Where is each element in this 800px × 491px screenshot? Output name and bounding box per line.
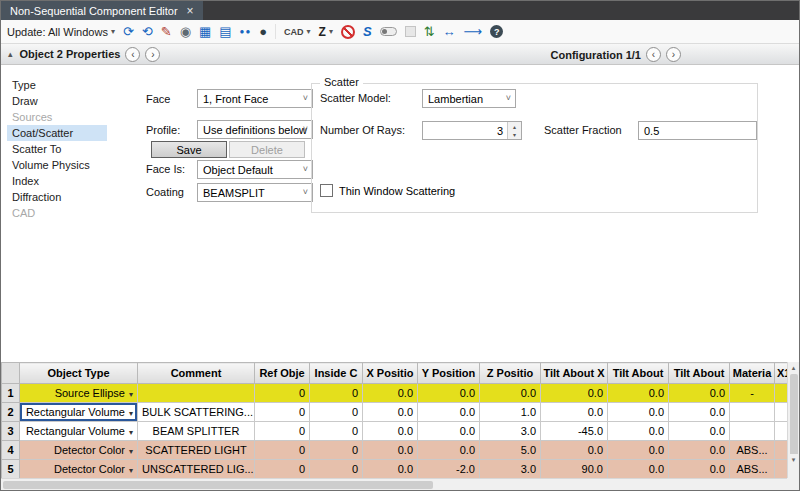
- thin-window-checkbox-row[interactable]: Thin Window Scattering: [320, 184, 455, 197]
- coating-select[interactable]: BEAMSPLIT ˅: [197, 183, 313, 202]
- tilt-x-cell[interactable]: 90.0: [541, 460, 608, 479]
- sidebar-item-index[interactable]: Index: [7, 173, 107, 189]
- tilt-y-cell[interactable]: 0.0: [608, 441, 669, 460]
- sidebar-item-coat-scatter[interactable]: Coat/Scatter: [7, 125, 107, 141]
- x-position-cell[interactable]: 0.0: [363, 403, 418, 422]
- swap-vertical-icon[interactable]: ⇅: [424, 25, 435, 38]
- tilt-z-cell[interactable]: 0.0: [669, 384, 730, 403]
- detector-grid-icon[interactable]: ▦: [199, 25, 211, 38]
- object-type-cell[interactable]: Detector Color▾: [20, 441, 138, 460]
- next-config-button[interactable]: ›: [666, 47, 681, 62]
- y-position-cell[interactable]: 0.0: [418, 441, 480, 460]
- update-windows-dropdown[interactable]: Update: All Windows ▾: [7, 26, 115, 38]
- material-cell[interactable]: [730, 403, 775, 422]
- material-cell[interactable]: ABS...: [730, 441, 775, 460]
- prev-config-button[interactable]: ‹: [646, 47, 661, 62]
- tilt-z-cell[interactable]: 0.0: [669, 441, 730, 460]
- horizontal-scroll-thumb[interactable]: [3, 481, 433, 489]
- tilt-y-cell[interactable]: 0.0: [608, 460, 669, 479]
- stepper-down-icon[interactable]: ▾: [508, 131, 521, 140]
- object-type-cell[interactable]: Rectangular Volume▾: [20, 422, 138, 441]
- no-symbol-icon[interactable]: [341, 25, 355, 39]
- inside-of-cell[interactable]: 0: [310, 384, 363, 403]
- z-position-cell[interactable]: 3.0: [480, 422, 541, 441]
- row-number[interactable]: 5: [2, 460, 20, 479]
- vertical-scroll-thumb[interactable]: [790, 374, 798, 464]
- inside-of-cell[interactable]: 0: [310, 403, 363, 422]
- x-position-cell[interactable]: 0.0: [363, 384, 418, 403]
- scatter-curve-icon[interactable]: S: [363, 25, 372, 38]
- right-arrow-icon[interactable]: ⟶: [464, 25, 483, 38]
- cad-dropdown[interactable]: CAD ▾: [284, 27, 311, 37]
- object-type-cell[interactable]: Detector Color▾: [20, 460, 138, 479]
- scroll-down-icon[interactable]: ▾: [788, 454, 799, 465]
- z-position-cell[interactable]: 0.0: [480, 384, 541, 403]
- tilt-y-cell[interactable]: 0.0: [608, 384, 669, 403]
- scatter-fraction-input[interactable]: 0.5: [638, 121, 757, 140]
- sidebar-item-volume-physics[interactable]: Volume Physics: [7, 157, 107, 173]
- sphere-icon[interactable]: ●: [259, 25, 267, 38]
- tilt-z-cell[interactable]: 0.0: [669, 460, 730, 479]
- ref-object-cell[interactable]: 0: [255, 422, 310, 441]
- table-vertical-scrollbar[interactable]: ▴ ▾: [787, 362, 799, 478]
- material-cell[interactable]: ABS...: [730, 460, 775, 479]
- row-number[interactable]: 2: [2, 403, 20, 422]
- sidebar-item-diffraction[interactable]: Diffraction: [7, 189, 107, 205]
- table-horizontal-scrollbar[interactable]: [1, 478, 787, 490]
- inside-of-cell[interactable]: 0: [310, 422, 363, 441]
- y-position-cell[interactable]: 0.0: [418, 403, 480, 422]
- toggle-switch-icon[interactable]: [380, 27, 397, 36]
- tab-nsc-editor[interactable]: Non-Sequential Component Editor ×: [1, 1, 203, 20]
- object-type-cell[interactable]: Source Ellipse▾: [20, 384, 138, 403]
- comment-cell[interactable]: BULK SCATTERING...: [138, 403, 255, 422]
- y-position-cell[interactable]: 0.0: [418, 422, 480, 441]
- profile-select[interactable]: Use definitions below ˅: [197, 120, 313, 139]
- material-cell[interactable]: [730, 422, 775, 441]
- stepper-up-icon[interactable]: ▴: [508, 122, 521, 131]
- save-button[interactable]: Save: [151, 141, 227, 158]
- tilt-x-cell[interactable]: 0.0: [541, 403, 608, 422]
- shaded-model-icon[interactable]: ◉: [180, 25, 191, 38]
- face-select[interactable]: 1, Front Face ˅: [197, 89, 313, 108]
- tilt-x-cell[interactable]: -45.0: [541, 422, 608, 441]
- comment-cell[interactable]: BEAM SPLITTER: [138, 422, 255, 441]
- left-right-arrow-icon[interactable]: ↔: [443, 25, 456, 38]
- z-position-cell[interactable]: 5.0: [480, 441, 541, 460]
- y-position-cell[interactable]: 0.0: [418, 384, 480, 403]
- layout-icon[interactable]: ▤: [219, 25, 231, 38]
- tilt-z-cell[interactable]: 0.0: [669, 422, 730, 441]
- tilt-z-cell[interactable]: 0.0: [669, 403, 730, 422]
- inside-of-cell[interactable]: 0: [310, 441, 363, 460]
- sidebar-item-type[interactable]: Type: [7, 77, 107, 93]
- tilt-y-cell[interactable]: 0.0: [608, 403, 669, 422]
- x-position-cell[interactable]: 0.0: [363, 460, 418, 479]
- inside-of-cell[interactable]: 0: [310, 460, 363, 479]
- scroll-up-icon[interactable]: ▴: [788, 362, 799, 373]
- z-position-cell[interactable]: 3.0: [480, 460, 541, 479]
- face-is-select[interactable]: Object Default ˅: [197, 160, 313, 179]
- tilt-x-cell[interactable]: 0.0: [541, 384, 608, 403]
- z-position-cell[interactable]: 1.0: [480, 403, 541, 422]
- help-icon[interactable]: ?: [490, 25, 503, 38]
- ray-dots-icon[interactable]: ●●: [240, 28, 252, 36]
- material-cell[interactable]: -: [730, 384, 775, 403]
- row-number[interactable]: 1: [2, 384, 20, 403]
- y-position-cell[interactable]: -2.0: [418, 460, 480, 479]
- edit-object-icon[interactable]: ✎: [161, 25, 172, 38]
- thin-window-checkbox[interactable]: [320, 184, 333, 197]
- tilt-x-cell[interactable]: 0.0: [541, 441, 608, 460]
- next-object-button[interactable]: ›: [145, 47, 160, 62]
- ref-object-cell[interactable]: 0: [255, 441, 310, 460]
- number-of-rays-stepper[interactable]: 3 ▴ ▾: [422, 121, 522, 140]
- comment-cell[interactable]: [138, 384, 255, 403]
- collapse-panel-icon[interactable]: ▴: [8, 49, 13, 59]
- prev-object-button[interactable]: ‹: [125, 47, 140, 62]
- object-type-cell-selected[interactable]: Rectangular Volume▾: [20, 403, 138, 422]
- row-number[interactable]: 4: [2, 441, 20, 460]
- sidebar-item-draw[interactable]: Draw: [7, 93, 107, 109]
- x-position-cell[interactable]: 0.0: [363, 422, 418, 441]
- row-number[interactable]: 3: [2, 422, 20, 441]
- close-icon[interactable]: ×: [187, 5, 194, 17]
- ref-object-cell[interactable]: 0: [255, 384, 310, 403]
- comment-cell[interactable]: UNSCATTERED LIG...: [138, 460, 255, 479]
